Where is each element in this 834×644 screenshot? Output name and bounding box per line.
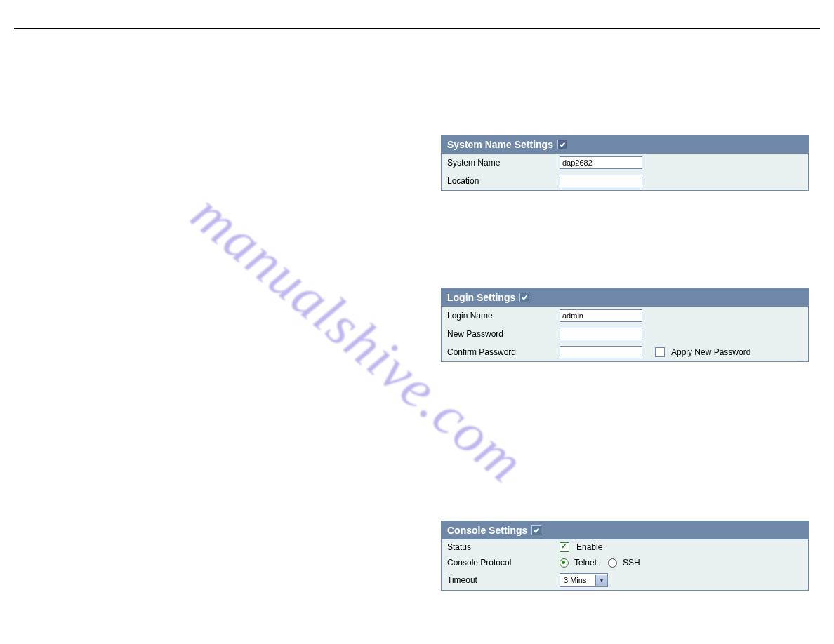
timeout-select[interactable]: 3 Mins ▼ — [560, 573, 608, 587]
chevron-down-icon: ▼ — [595, 575, 607, 586]
check-icon — [531, 525, 541, 535]
console-header: Console Settings — [442, 521, 808, 539]
console-title: Console Settings — [447, 525, 527, 536]
apply-new-password-checkbox[interactable] — [655, 347, 665, 357]
login-title: Login Settings — [447, 292, 515, 303]
timeout-label: Timeout — [447, 575, 560, 585]
new-password-input[interactable] — [560, 328, 642, 340]
location-label: Location — [447, 176, 560, 186]
check-icon — [557, 140, 567, 149]
console-protocol-label: Console Protocol — [447, 558, 560, 568]
console-panel: Console Settings Status Enable Console P… — [441, 521, 809, 591]
login-name-label: Login Name — [447, 311, 560, 321]
telnet-radio[interactable] — [560, 558, 569, 568]
confirm-password-input[interactable] — [560, 346, 642, 358]
system-name-panel: System Name Settings System Name Locatio… — [441, 135, 809, 191]
ssh-radio[interactable] — [608, 558, 617, 568]
system-name-header: System Name Settings — [442, 135, 808, 154]
apply-new-password-label: Apply New Password — [671, 347, 750, 357]
system-name-label: System Name — [447, 158, 560, 168]
login-header: Login Settings — [442, 288, 808, 307]
telnet-label: Telnet — [574, 558, 597, 568]
check-icon — [519, 293, 529, 302]
new-password-label: New Password — [447, 329, 560, 339]
login-panel: Login Settings Login Name New Password C… — [441, 288, 809, 362]
system-name-title: System Name Settings — [447, 139, 553, 150]
timeout-value: 3 Mins — [560, 576, 595, 584]
status-enable-checkbox[interactable] — [560, 542, 569, 552]
confirm-password-label: Confirm Password — [447, 347, 560, 357]
ssh-label: SSH — [623, 558, 640, 568]
login-name-input[interactable] — [560, 309, 642, 322]
location-input[interactable] — [560, 175, 642, 187]
status-label: Status — [447, 542, 560, 552]
status-enable-label: Enable — [576, 542, 602, 552]
system-name-input[interactable] — [560, 156, 642, 169]
top-rule — [14, 28, 820, 29]
